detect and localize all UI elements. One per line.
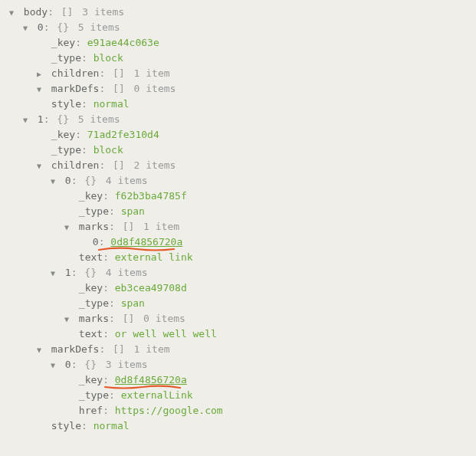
node-label: children [51, 67, 100, 79]
item-count: 1 item [143, 221, 179, 232]
node-markdef-0[interactable]: ▼ 0: {} 3 items [5, 357, 476, 372]
toggle-icon[interactable]: ▼ [21, 21, 29, 35]
prop-href[interactable]: · href: https://google.com [5, 403, 476, 418]
prop-mark-0[interactable]: · 0: 0d8f4856720a [5, 235, 476, 250]
node-marks[interactable]: ▼ marks: [] 1 item [5, 219, 476, 235]
item-count: 5 items [78, 113, 120, 125]
toggle-icon[interactable]: ▼ [35, 159, 43, 173]
brackets: {} [84, 175, 97, 186]
prop-label: _key [79, 374, 103, 385]
item-count: 0 items [143, 313, 185, 324]
prop-value: or well well well [115, 328, 217, 340]
brackets: [] [61, 6, 74, 18]
node-index: 1 [38, 113, 44, 125]
brackets: [] [123, 221, 135, 232]
node-child-0[interactable]: ▼ 0: {} 4 items [5, 173, 476, 189]
prop-key[interactable]: · _key: e91ae44c063e [5, 35, 476, 51]
prop-value: span [121, 297, 145, 309]
prop-key[interactable]: · _key: f62b3ba4785f [5, 189, 476, 204]
prop-label: _type [51, 144, 81, 156]
brackets: {} [84, 267, 97, 278]
toggle-icon[interactable]: ▼ [63, 220, 71, 235]
json-tree: ▼ body: [] 3 items ▼ 0: {} 5 items · _ke… [0, 0, 476, 434]
prop-key[interactable]: · _key: eb3cea49708d [5, 280, 476, 296]
item-count: 1 item [134, 343, 170, 355]
node-label: body [24, 6, 48, 18]
item-count: 4 items [106, 175, 148, 186]
node-index: 1 [65, 267, 71, 278]
node-index: 0 [93, 236, 99, 248]
prop-style[interactable]: · style: normal [5, 418, 476, 434]
prop-type[interactable]: · _type: block [5, 51, 476, 66]
prop-value: externalLink [121, 389, 193, 401]
prop-type[interactable]: · _type: externalLink [5, 388, 476, 403]
toggle-icon[interactable]: ▼ [49, 266, 57, 280]
prop-key[interactable]: · _key: 0d8f4856720a [5, 372, 476, 388]
node-children[interactable]: ▼ children: [] 2 items [5, 158, 476, 173]
prop-text[interactable]: · text: or well well well [5, 326, 476, 342]
node-label: markDefs [51, 343, 100, 355]
prop-label: _key [51, 37, 75, 48]
prop-key[interactable]: · _key: 71ad2fe310d4 [5, 127, 476, 143]
prop-value: e91ae44c063e [87, 37, 159, 48]
node-index: 0 [65, 175, 71, 186]
prop-label: _type [79, 297, 109, 309]
prop-value[interactable]: 0d8f4856720a [115, 374, 187, 385]
prop-type[interactable]: · _type: span [5, 204, 476, 219]
prop-value: 71ad2fe310d4 [87, 129, 159, 140]
prop-value: external link [115, 251, 193, 263]
item-count: 4 items [106, 267, 148, 278]
prop-type[interactable]: · _type: span [5, 296, 476, 311]
node-body-1[interactable]: ▼ 1: {} 5 items [5, 112, 476, 127]
prop-value: eb3cea49708d [115, 282, 187, 294]
node-child-1[interactable]: ▼ 1: {} 4 items [5, 265, 476, 280]
prop-type[interactable]: · _type: block [5, 143, 476, 158]
node-children[interactable]: ▶ children: [] 1 item [5, 66, 476, 81]
toggle-icon[interactable]: ▶ [35, 67, 43, 81]
toggle-icon[interactable]: ▼ [35, 343, 43, 357]
prop-label: style [51, 420, 81, 431]
node-index: 0 [38, 21, 44, 33]
prop-value: block [94, 52, 123, 64]
toggle-icon[interactable]: ▼ [49, 174, 57, 189]
toggle-icon[interactable]: ▼ [49, 358, 57, 372]
node-markdefs[interactable]: ▼ markDefs: [] 0 items [5, 81, 476, 97]
prop-value: block [94, 144, 123, 156]
node-label: marks [79, 313, 109, 324]
toggle-icon[interactable]: ▼ [63, 312, 71, 326]
prop-value: normal [94, 420, 130, 431]
item-count: 3 items [82, 6, 124, 18]
item-count: 5 items [78, 21, 120, 33]
prop-label: _type [79, 205, 109, 217]
item-count: 2 items [134, 159, 176, 171]
node-marks[interactable]: ▼ marks: [] 0 items [5, 311, 476, 326]
prop-label: style [51, 98, 81, 110]
brackets: {} [84, 359, 97, 370]
prop-value: span [121, 205, 145, 217]
prop-label: href [79, 405, 103, 416]
node-body[interactable]: ▼ body: [] 3 items [5, 5, 476, 20]
prop-label: text [79, 251, 103, 263]
brackets: [] [123, 313, 135, 324]
node-body-0[interactable]: ▼ 0: {} 5 items [5, 20, 476, 35]
toggle-icon[interactable]: ▼ [21, 113, 29, 127]
prop-style[interactable]: · style: normal [5, 97, 476, 112]
prop-label: _key [51, 129, 75, 140]
prop-value[interactable]: 0d8f4856720a [110, 236, 182, 248]
prop-value: f62b3ba4785f [115, 190, 187, 202]
item-count: 0 items [134, 83, 176, 94]
node-index: 0 [65, 359, 71, 370]
brackets: {} [57, 21, 69, 33]
prop-label: text [79, 328, 103, 340]
prop-label: _type [51, 52, 81, 64]
toggle-icon[interactable]: ▼ [8, 5, 15, 20]
brackets: [] [113, 67, 125, 79]
toggle-icon[interactable]: ▼ [35, 82, 43, 97]
prop-text[interactable]: · text: external link [5, 250, 476, 265]
prop-value: https://google.com [115, 405, 223, 416]
node-label: marks [79, 221, 109, 232]
item-count: 3 items [106, 359, 148, 370]
node-markdefs[interactable]: ▼ markDefs: [] 1 item [5, 342, 476, 357]
brackets: [] [113, 159, 125, 171]
prop-label: _key [79, 282, 103, 294]
